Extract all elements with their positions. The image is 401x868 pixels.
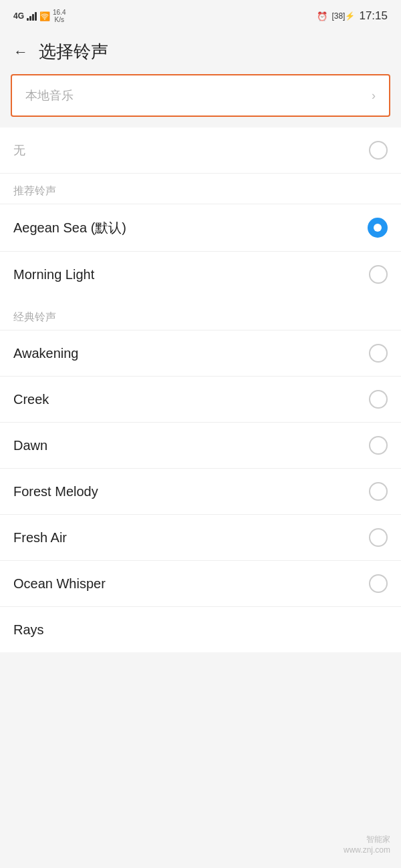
gap-1: [0, 117, 401, 128]
ringtone-radio-creek[interactable]: [369, 390, 388, 409]
signal-bar-2: [29, 16, 31, 21]
ringtone-row-ocean-whisper[interactable]: Ocean Whisper: [0, 560, 401, 606]
status-right: ⏰ [38]⚡ 17:15: [317, 9, 388, 23]
chevron-right-icon: ›: [372, 89, 376, 103]
status-bar: 4G 🛜 16.4 K/s ⏰ [38]⚡ 17:15: [0, 0, 401, 32]
ringtone-row-aegean[interactable]: Aegean Sea (默认): [0, 204, 401, 251]
time-display: 17:15: [359, 9, 388, 23]
ringtone-row-dawn[interactable]: Dawn: [0, 422, 401, 468]
back-button[interactable]: ←: [13, 43, 28, 61]
none-radio[interactable]: [369, 141, 388, 160]
ringtone-name-forest-melody: Forest Melody: [13, 484, 98, 499]
page-header: ← 选择铃声: [0, 32, 401, 74]
battery-indicator: [38]⚡: [331, 11, 355, 21]
ringtone-list: 无 推荐铃声 Aegean Sea (默认) Morning Light 经典铃…: [0, 128, 401, 652]
ringtone-row-awakening[interactable]: Awakening: [0, 330, 401, 376]
ringtone-radio-ocean-whisper[interactable]: [369, 574, 388, 593]
ringtone-radio-awakening[interactable]: [369, 344, 388, 363]
ringtone-name-creek: Creek: [13, 392, 49, 407]
ringtone-name-dawn: Dawn: [13, 438, 47, 453]
watermark-line1: 智能家: [344, 834, 390, 845]
ringtone-name-fresh-air: Fresh Air: [13, 530, 67, 546]
none-label: 无: [13, 142, 25, 158]
classic-title: 经典铃声: [13, 311, 56, 322]
ringtone-radio-aegean[interactable]: [368, 218, 388, 238]
signal-label: 4G: [13, 11, 24, 21]
page-title: 选择铃声: [39, 40, 108, 63]
ringtone-name-ocean-whisper: Ocean Whisper: [13, 576, 106, 592]
ringtone-name-aegean: Aegean Sea (默认): [13, 219, 126, 237]
ringtone-radio-morning-light[interactable]: [369, 265, 388, 284]
ringtone-row-creek[interactable]: Creek: [0, 376, 401, 422]
ringtone-name-morning-light: Morning Light: [13, 267, 94, 282]
ringtone-name-rays: Rays: [13, 622, 44, 638]
ringtone-radio-dawn[interactable]: [369, 436, 388, 455]
watermark-line2: www.znj.com: [344, 845, 390, 855]
local-music-label: 本地音乐: [25, 87, 74, 103]
signal-bar-4: [35, 12, 37, 21]
local-music-row[interactable]: 本地音乐 ›: [11, 74, 390, 117]
recommended-title: 推荐铃声: [13, 185, 56, 196]
signal-bar-1: [27, 18, 29, 21]
watermark: 智能家 www.znj.com: [344, 834, 390, 855]
none-option-row[interactable]: 无: [0, 128, 401, 174]
status-left: 4G 🛜 16.4 K/s: [13, 9, 65, 23]
ringtone-row-forest-melody[interactable]: Forest Melody: [0, 468, 401, 514]
alarm-icon: ⏰: [317, 11, 327, 21]
ringtone-radio-fresh-air[interactable]: [369, 528, 388, 547]
ringtone-row-morning-light[interactable]: Morning Light: [0, 251, 401, 297]
wifi-icon: 🛜: [39, 11, 50, 21]
classic-section-header: 经典铃声: [0, 297, 401, 330]
ringtone-row-rays[interactable]: Rays: [0, 606, 401, 652]
ringtone-radio-forest-melody[interactable]: [369, 482, 388, 501]
network-speed: 16.4 K/s: [53, 9, 65, 23]
signal-bar-3: [32, 14, 34, 21]
ringtone-row-fresh-air[interactable]: Fresh Air: [0, 514, 401, 560]
ringtone-name-awakening: Awakening: [13, 346, 78, 361]
recommended-section-header: 推荐铃声: [0, 174, 401, 204]
signal-bars: [27, 11, 37, 21]
